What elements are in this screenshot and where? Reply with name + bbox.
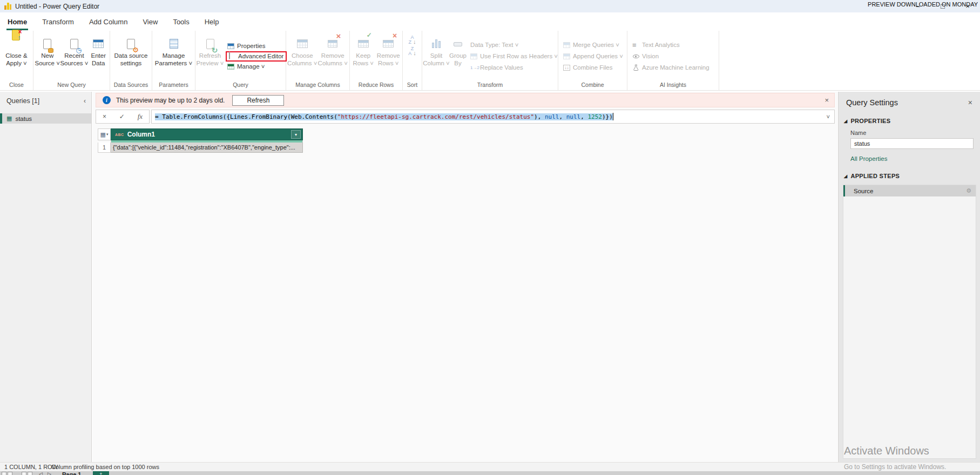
properties-button[interactable]: Properties — [226, 41, 287, 51]
step-settings-gear-icon[interactable]: ⚙ — [966, 187, 971, 194]
choose-columns-button[interactable]: Choose Columns ˅ — [287, 32, 317, 80]
query-settings-close-icon[interactable]: × — [968, 98, 972, 107]
manage-parameters-button[interactable]: Manage Parameters ˅ — [153, 32, 194, 80]
ribbon-group-query: ↻ Refresh Preview ˅ Properties Advanced … — [195, 31, 286, 90]
page-nav-back-icon: ◁ — [39, 471, 43, 475]
text-analytics-icon: ≡ — [632, 41, 639, 49]
keep-rows-button[interactable]: ✓ Keep Rows ˅ — [351, 32, 376, 80]
data-preview-table: ▦ ▾ ABC Column1 ▾ 1 {"data":[{"vehicle_i… — [98, 128, 303, 153]
formula-input[interactable]: = Table.FromColumns({Lines.FromBinary(We… — [151, 110, 835, 124]
replace-values-button[interactable]: 1→2 Replace Values — [469, 63, 559, 73]
column-filter-dropdown-icon[interactable]: ▾ — [291, 130, 301, 139]
refresh-preview-button[interactable]: ↻ Refresh Preview ˅ — [197, 32, 224, 80]
text-cursor — [613, 113, 613, 120]
queries-panel-title: Queries [1] — [6, 97, 39, 105]
manage-parameters-icon — [170, 36, 178, 52]
notification-close-icon[interactable]: × — [824, 96, 829, 104]
append-queries-button[interactable]: Append Queries ˅ — [562, 51, 625, 62]
azure-machine-learning-button[interactable]: Azure Machine Learning — [631, 63, 711, 73]
background-page-tab: Page 1 — [62, 471, 81, 475]
refresh-button[interactable]: Refresh — [232, 95, 284, 106]
enter-data-button[interactable]: Enter Data — [88, 32, 109, 80]
refresh-preview-icon: ↻ — [206, 36, 214, 52]
remove-columns-button[interactable]: × Remove Columns ˅ — [317, 32, 348, 80]
formula-bar: × ✓ fx = Table.FromColumns({Lines.FromBi… — [96, 110, 835, 124]
column-header-column1[interactable]: ABC Column1 ▾ — [111, 128, 303, 140]
group-by-icon — [454, 36, 462, 52]
query-list-item-status[interactable]: ▦ status — [0, 113, 91, 124]
advanced-editor-button[interactable]: Advanced Editor — [226, 51, 287, 62]
remove-rows-button[interactable]: × Remove Rows ˅ — [376, 32, 401, 80]
background-taskbar-fragment — [28, 472, 32, 475]
keep-rows-icon: ✓ — [358, 36, 369, 52]
select-all-corner-cell[interactable]: ▦ ▾ — [98, 128, 111, 140]
collapse-triangle-icon: ◢ — [844, 119, 847, 124]
applied-step-source[interactable]: Source ⚙ — [843, 185, 976, 196]
data-cell[interactable]: {"data":[{"vehicle_id":11484,"registrati… — [111, 142, 303, 153]
ribbon-group-sort: AZ ↓ ZA ↓ Sort — [403, 31, 422, 90]
ribbon-group-label: Sort — [403, 80, 422, 90]
all-properties-link[interactable]: All Properties — [850, 155, 980, 162]
formula-check-icon[interactable]: ✓ — [119, 113, 125, 120]
split-column-icon — [432, 36, 441, 52]
recent-sources-icon: ◷ — [70, 36, 78, 52]
ribbon-group-label: AI Insights — [627, 80, 719, 90]
ribbon-group-transform: Split Column ˅ Group By Data Type: Text … — [422, 31, 558, 90]
manage-button[interactable]: Manage ˅ — [226, 62, 287, 72]
background-taskbar-fragment — [22, 472, 26, 475]
ribbon-group-new-query: New Source ˅ ◷ Recent Sources ˅ Enter Da… — [33, 31, 110, 90]
ribbon-tab-bar: Home Transform Add Column View Tools Hel… — [0, 12, 980, 31]
text-analytics-button[interactable]: ≡ Text Analytics — [631, 40, 711, 50]
query-name-input[interactable]: status — [850, 138, 974, 149]
column-type-abc-icon: ABC — [115, 133, 124, 137]
new-page-button-fragment: + — [93, 471, 109, 475]
tab-add-column[interactable]: Add Column — [82, 12, 136, 31]
formula-expand-chevron-icon[interactable]: ˅ — [827, 113, 830, 120]
tab-help[interactable]: Help — [197, 12, 227, 31]
info-icon: i — [103, 96, 111, 104]
status-profiling-info: Column profiling based on top 1000 rows — [51, 464, 159, 470]
ribbon-group-label: New Query — [33, 80, 110, 90]
page-nav-forward-icon: ▷ — [48, 471, 51, 475]
preview-notification-bar: i This preview may be up to 2 days old. … — [96, 93, 835, 107]
append-queries-icon — [563, 53, 570, 59]
sort-descending-icon[interactable]: ZA ↓ — [408, 46, 416, 56]
group-by-button[interactable]: Group By — [449, 32, 467, 80]
merge-queries-button[interactable]: Merge Queries ˅ — [562, 40, 625, 50]
ribbon-group-close: × ↑ Close & Apply ˅ Close — [0, 31, 33, 90]
tab-home[interactable]: Home — [0, 12, 35, 31]
applied-steps-section-header[interactable]: ◢ APPLIED STEPS — [844, 173, 980, 179]
collapse-queries-pane-icon[interactable]: ‹ — [84, 97, 86, 105]
replace-values-icon: 1→2 — [470, 65, 477, 70]
new-source-button[interactable]: New Source ˅ — [35, 32, 60, 80]
activate-windows-watermark: Activate Windows — [844, 445, 929, 457]
queries-panel: Queries [1] ‹ ▦ status — [0, 92, 92, 462]
use-first-row-as-headers-button[interactable]: Use First Row as Headers ˅ — [469, 51, 559, 62]
combine-files-button[interactable]: ↓↓ Combine Files — [562, 63, 625, 73]
split-column-button[interactable]: Split Column ˅ — [423, 32, 449, 80]
ribbon-group-manage-columns: Choose Columns ˅ × Remove Columns ˅ Mana… — [286, 31, 350, 90]
azure-ml-flask-icon — [632, 64, 639, 71]
formula-fx-icon[interactable]: fx — [138, 112, 143, 121]
tab-transform[interactable]: Transform — [35, 12, 82, 31]
background-taskbar-fragment — [2, 472, 6, 475]
status-bar: 1 COLUMN, 1 ROW Column profiling based o… — [0, 462, 980, 471]
properties-section-header[interactable]: ◢ PROPERTIES — [844, 118, 980, 124]
close-and-apply-button[interactable]: × ↑ Close & Apply ˅ — [2, 32, 32, 80]
formula-cancel-icon[interactable]: × — [103, 113, 106, 120]
tab-tools[interactable]: Tools — [165, 12, 197, 31]
row-number-cell[interactable]: 1 — [98, 142, 111, 153]
ribbon-group-data-sources: ⚙ Data source settings Data Sources — [110, 31, 152, 90]
data-type-button[interactable]: Data Type: Text ˅ — [469, 40, 559, 50]
data-source-settings-button[interactable]: ⚙ Data source settings — [112, 32, 151, 80]
sort-ascending-icon[interactable]: AZ ↓ — [408, 35, 416, 44]
properties-icon — [227, 43, 234, 49]
ribbon-group-label: Transform — [422, 80, 558, 90]
ribbon-group-label: Parameters — [152, 80, 195, 90]
ribbon-group-label: Manage Columns — [286, 80, 349, 90]
recent-sources-button[interactable]: ◷ Recent Sources ˅ — [60, 32, 88, 80]
vision-button[interactable]: Vision — [631, 51, 711, 62]
tab-view[interactable]: View — [135, 12, 165, 31]
ribbon: × ↑ Close & Apply ˅ Close New Source ˅ — [0, 31, 980, 91]
editor-main-area: i This preview may be up to 2 days old. … — [92, 92, 837, 462]
